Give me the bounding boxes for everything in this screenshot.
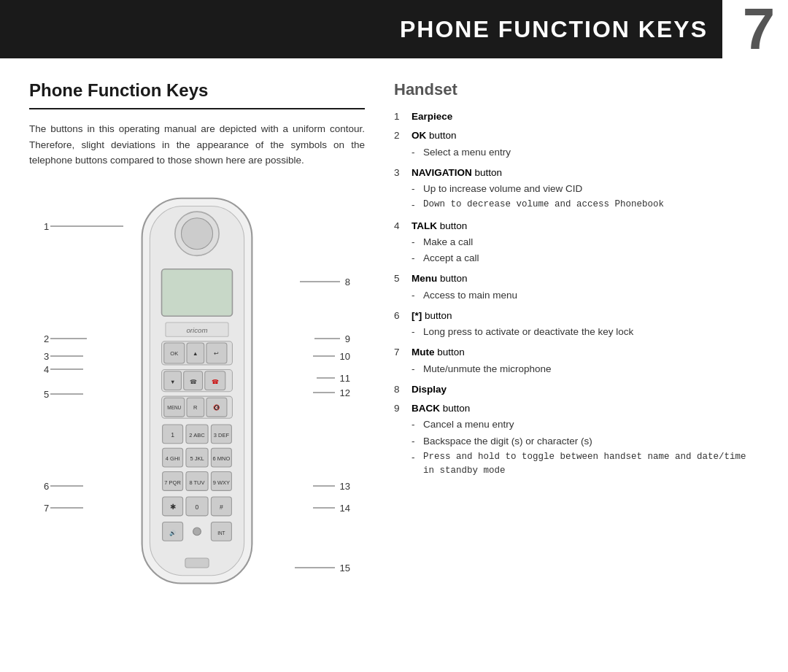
label-10: 10 bbox=[313, 351, 350, 362]
list-item: - Make a call bbox=[412, 235, 759, 250]
label-14: 14 bbox=[313, 503, 350, 514]
label-13: 13 bbox=[313, 481, 350, 492]
svg-text:0: 0 bbox=[196, 503, 199, 511]
list-item: - Select a menu entry bbox=[412, 145, 759, 160]
label-8: 8 bbox=[300, 277, 350, 287]
main-content: Phone Function Keys The buttons in this … bbox=[0, 58, 788, 672]
svg-point-3 bbox=[181, 217, 212, 249]
svg-text:6 MNO: 6 MNO bbox=[212, 455, 230, 462]
svg-text:#: # bbox=[220, 503, 223, 511]
feature-list: 1 Earpiece 2 OK button - Select a menu e… bbox=[394, 109, 759, 479]
svg-text:OK: OK bbox=[170, 350, 178, 357]
list-item: - Down to decrease volume and access Pho… bbox=[412, 198, 759, 212]
list-item: - Long press to activate or deactivate t… bbox=[412, 325, 759, 339]
svg-text:4 GHI: 4 GHI bbox=[166, 455, 180, 462]
phone-illustration: oricom OK ▲ ↩ ▼ ☎ bbox=[102, 190, 292, 599]
list-item: 3 NAVIGATION button - Up to increase vol… bbox=[394, 166, 759, 215]
label-1: 1 bbox=[44, 221, 131, 232]
svg-text:9 WXY: 9 WXY bbox=[213, 479, 230, 486]
list-item: 6 [*] button - Long press to activate or… bbox=[394, 309, 759, 341]
list-item: - Up to increase volume and view CID bbox=[412, 182, 759, 196]
label-11: 11 bbox=[317, 373, 350, 384]
handset-title: Handset bbox=[394, 80, 759, 99]
left-column: Phone Function Keys The buttons in this … bbox=[29, 80, 365, 650]
label-6: 6 bbox=[44, 481, 90, 492]
svg-text:INT: INT bbox=[217, 530, 225, 535]
list-item: 4 TALK button - Make a call - Accept a c… bbox=[394, 219, 759, 268]
svg-text:🔇: 🔇 bbox=[213, 404, 220, 411]
label-15: 15 bbox=[295, 563, 350, 573]
svg-point-54 bbox=[193, 528, 201, 536]
phone-diagram: oricom OK ▲ ↩ ▼ ☎ bbox=[44, 190, 350, 614]
header-title-bar: PHONE FUNCTION KEYS bbox=[0, 0, 722, 58]
page-number: 7 bbox=[722, 0, 788, 58]
svg-text:1: 1 bbox=[171, 431, 174, 439]
section-title: Phone Function Keys bbox=[29, 80, 365, 101]
list-item: - Access to main menu bbox=[412, 288, 759, 303]
page-header: PHONE FUNCTION KEYS 7 bbox=[0, 0, 788, 58]
svg-text:☎: ☎ bbox=[212, 379, 219, 385]
svg-text:▲: ▲ bbox=[193, 350, 198, 357]
svg-text:oricom: oricom bbox=[186, 326, 207, 334]
label-2: 2 bbox=[44, 333, 94, 344]
list-item: 8 Display bbox=[394, 382, 759, 397]
svg-text:7 PQR: 7 PQR bbox=[164, 479, 181, 486]
list-item: - Press and hold to toggle between hands… bbox=[412, 450, 759, 478]
section-description: The buttons in this operating manual are… bbox=[29, 121, 365, 169]
list-item: 9 BACK button - Cancel a menu entry - Ba… bbox=[394, 401, 759, 479]
svg-text:R: R bbox=[193, 404, 198, 411]
list-item: - Mute/unmute the microphone bbox=[412, 362, 759, 376]
list-item: - Backspace the digit (s) or character (… bbox=[412, 434, 759, 449]
svg-text:☎: ☎ bbox=[190, 379, 197, 385]
svg-text:✱: ✱ bbox=[170, 503, 176, 511]
label-3: 3 bbox=[44, 351, 90, 362]
svg-text:5 JKL: 5 JKL bbox=[190, 455, 204, 462]
list-item: - Cancel a menu entry bbox=[412, 417, 759, 432]
label-9: 9 bbox=[314, 333, 350, 344]
label-7: 7 bbox=[44, 503, 90, 514]
list-item: 5 Menu button - Access to main menu bbox=[394, 271, 759, 304]
page-title: PHONE FUNCTION KEYS bbox=[400, 16, 708, 43]
svg-text:3 DEF: 3 DEF bbox=[214, 432, 230, 439]
section-divider bbox=[29, 108, 365, 109]
svg-rect-4 bbox=[162, 269, 233, 316]
svg-text:MENU: MENU bbox=[167, 405, 181, 410]
svg-text:8 TUV: 8 TUV bbox=[189, 479, 204, 486]
list-item: - Accept a call bbox=[412, 251, 759, 266]
label-4: 4 bbox=[44, 364, 90, 375]
svg-text:↩: ↩ bbox=[214, 350, 219, 357]
svg-text:2 ABC: 2 ABC bbox=[189, 432, 205, 439]
right-column: Handset 1 Earpiece 2 OK button - Select … bbox=[394, 80, 759, 650]
list-item: 1 Earpiece bbox=[394, 109, 759, 124]
svg-text:🔊: 🔊 bbox=[169, 529, 177, 536]
list-item: 7 Mute button - Mute/unmute the micropho… bbox=[394, 345, 759, 378]
list-item: 2 OK button - Select a menu entry bbox=[394, 128, 759, 161]
svg-rect-57 bbox=[185, 558, 209, 568]
svg-text:▼: ▼ bbox=[170, 379, 175, 385]
label-5: 5 bbox=[44, 389, 90, 400]
label-12: 12 bbox=[313, 387, 350, 398]
